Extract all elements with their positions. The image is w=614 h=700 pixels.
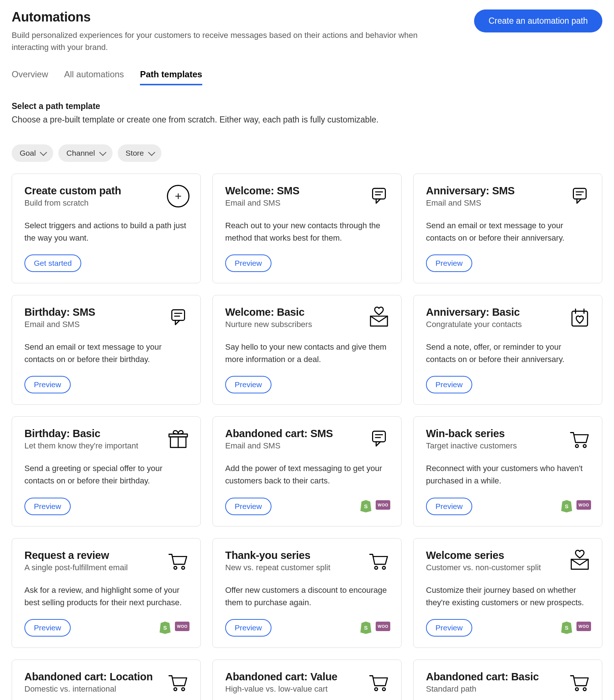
template-card: Request a reviewA single post-fulfillmen… <box>12 538 201 648</box>
tab-overview[interactable]: Overview <box>12 69 48 85</box>
chevron-down-icon <box>40 149 47 156</box>
svg-point-25 <box>182 688 185 691</box>
card-title: Thank-you series <box>225 549 331 561</box>
svg-point-29 <box>583 688 586 691</box>
card-subtitle: Let them know they're important <box>24 441 138 451</box>
heart-envelope-icon <box>368 306 390 329</box>
heart-calendar-icon <box>568 306 591 329</box>
card-desc: Send an email or text message to your co… <box>24 341 189 366</box>
woo-badge-icon: WOO <box>376 500 390 510</box>
section-desc: Choose a pre-built template or create on… <box>12 115 602 125</box>
card-desc: Say hello to your new contacts and give … <box>225 341 390 366</box>
integration-badges: WOO <box>561 622 591 634</box>
tab-all-automations[interactable]: All automations <box>64 69 124 85</box>
card-desc: Offer new customers a discount to encour… <box>225 584 390 609</box>
svg-rect-0 <box>373 188 386 199</box>
preview-button[interactable]: Preview <box>225 376 271 393</box>
filter-channel[interactable]: Channel <box>58 144 112 162</box>
preview-button[interactable]: Preview <box>426 619 472 637</box>
svg-rect-3 <box>574 188 586 199</box>
chevron-down-icon <box>148 149 155 156</box>
card-subtitle: A single post-fulfillment email <box>24 563 128 572</box>
shopify-badge-icon <box>561 622 572 634</box>
cart-icon <box>368 671 390 693</box>
card-subtitle: Congratulate your contacts <box>426 320 522 329</box>
card-subtitle: Target inactive customers <box>426 441 517 451</box>
preview-button[interactable]: Preview <box>24 619 71 637</box>
section-title: Select a path template <box>12 101 602 111</box>
card-title: Win-back series <box>426 428 517 440</box>
svg-rect-9 <box>572 311 588 326</box>
card-subtitle: Email and SMS <box>24 320 95 329</box>
template-card: Thank-you seriesNew vs. repeat customer … <box>212 538 402 648</box>
template-card: Win-back seriesTarget inactive customers… <box>413 416 602 526</box>
template-card: Create custom pathBuild from scratch+Sel… <box>12 174 201 283</box>
template-card: Abandoned cart: SMSEmail and SMSAdd the … <box>212 416 402 526</box>
svg-rect-15 <box>373 431 386 442</box>
card-subtitle: High-value vs. low-value cart <box>225 684 337 694</box>
card-desc: Reach out to your new contacts through t… <box>225 219 390 244</box>
svg-point-28 <box>575 688 578 691</box>
card-title: Abandoned cart: Basic <box>426 671 539 683</box>
card-subtitle: Domestic vs. international <box>24 684 153 694</box>
card-subtitle: Standard path <box>426 684 539 694</box>
chevron-down-icon <box>99 149 106 156</box>
template-card: Welcome: BasicNurture new subscribersSay… <box>212 295 402 405</box>
tabs: OverviewAll automationsPath templates <box>12 69 602 85</box>
integration-badges: WOO <box>160 622 189 634</box>
get-started-button[interactable]: Get started <box>24 254 81 272</box>
woo-badge-icon: WOO <box>175 622 189 631</box>
card-subtitle: Build from scratch <box>24 198 121 208</box>
card-title: Welcome series <box>426 549 541 561</box>
preview-button[interactable]: Preview <box>426 254 472 272</box>
sms-icon <box>568 185 591 207</box>
integration-badges: WOO <box>360 500 390 513</box>
filter-label: Store <box>126 149 144 158</box>
svg-point-27 <box>383 688 386 691</box>
integration-badges: WOO <box>561 500 591 513</box>
tab-path-templates[interactable]: Path templates <box>140 69 202 85</box>
woo-badge-icon: WOO <box>576 500 591 510</box>
preview-button[interactable]: Preview <box>426 498 472 515</box>
card-title: Welcome: Basic <box>225 306 312 318</box>
preview-button[interactable]: Preview <box>426 376 472 393</box>
shopify-badge-icon <box>561 500 572 513</box>
card-title: Anniversary: SMS <box>426 185 515 197</box>
woo-badge-icon: WOO <box>376 622 390 631</box>
cart-icon <box>368 549 390 572</box>
preview-button[interactable]: Preview <box>225 498 271 515</box>
gift-icon <box>167 428 189 450</box>
filter-goal[interactable]: Goal <box>12 144 53 162</box>
preview-button[interactable]: Preview <box>24 498 71 515</box>
template-card: Birthday: BasicLet them know they're imp… <box>12 416 201 526</box>
template-grid: Create custom pathBuild from scratch+Sel… <box>12 174 602 700</box>
filter-store[interactable]: Store <box>118 144 161 162</box>
card-title: Birthday: Basic <box>24 428 138 440</box>
card-title: Request a review <box>24 549 128 561</box>
integration-badges: WOO <box>360 622 390 634</box>
preview-button[interactable]: Preview <box>24 376 71 393</box>
svg-point-23 <box>383 566 386 569</box>
template-card: Anniversary: SMSEmail and SMSSend an ema… <box>413 174 602 283</box>
shopify-badge-icon <box>160 622 171 634</box>
template-card: Abandoned cart: LocationDomestic vs. int… <box>12 660 201 700</box>
create-automation-button[interactable]: Create an automation path <box>474 9 602 32</box>
filter-label: Goal <box>20 149 36 158</box>
card-desc: Send a greeting or special offer to your… <box>24 462 189 487</box>
card-desc: Ask for a review, and highlight some of … <box>24 584 189 609</box>
svg-point-26 <box>375 688 378 691</box>
woo-badge-icon: WOO <box>576 622 591 631</box>
card-title: Abandoned cart: Location <box>24 671 153 683</box>
template-card: Birthday: SMSEmail and SMSSend an email … <box>12 295 201 405</box>
template-card: Anniversary: BasicCongratulate your cont… <box>413 295 602 405</box>
preview-button[interactable]: Preview <box>225 619 271 637</box>
sms-icon <box>167 306 189 329</box>
preview-button[interactable]: Preview <box>225 254 271 272</box>
card-desc: Add the power of text messaging to get y… <box>225 462 390 487</box>
template-card: Abandoned cart: ValueHigh-value vs. low-… <box>212 660 402 700</box>
card-desc: Send an email or text message to your co… <box>426 219 591 244</box>
svg-point-18 <box>575 445 578 448</box>
svg-point-20 <box>174 566 177 569</box>
svg-point-24 <box>174 688 177 691</box>
template-card: Welcome: SMSEmail and SMSReach out to yo… <box>212 174 402 283</box>
